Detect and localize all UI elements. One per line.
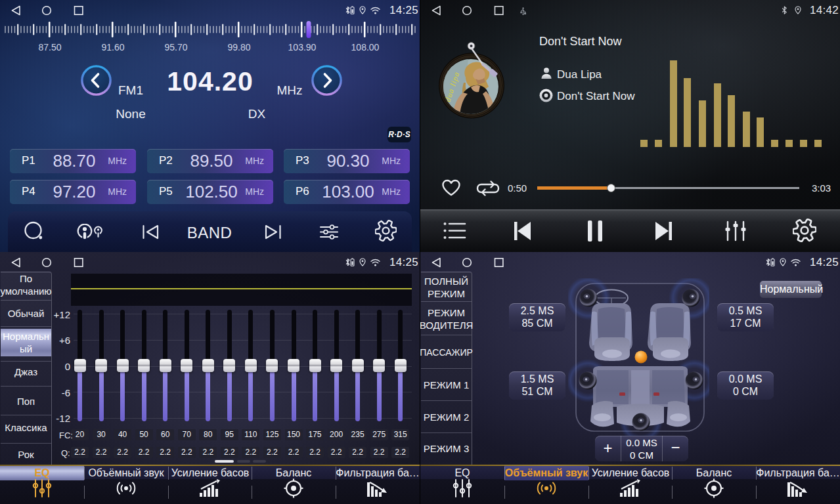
svg-text:99.80: 99.80 [227,42,250,52]
svg-text:108.00: 108.00 [351,42,380,52]
svg-text:87.50: 87.50 [38,42,61,52]
svg-text:103.90: 103.90 [288,42,317,52]
svg-text:91.60: 91.60 [101,42,124,52]
svg-text:95.70: 95.70 [164,42,187,52]
